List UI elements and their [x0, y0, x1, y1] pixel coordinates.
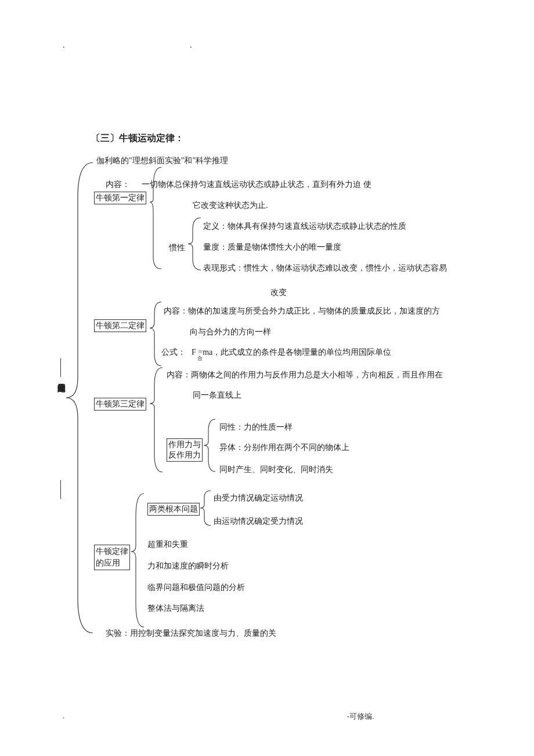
intro-text: 伽利略的"理想斜面实验"和"科学推理 — [96, 156, 228, 166]
main-brace — [66, 163, 93, 633]
inertia-brace — [188, 218, 201, 270]
law3-content-line1: 两物体之间的作用力与反作用力总是大小相等，方向相反，而且作用在 — [191, 370, 443, 379]
footer-dot: . — [63, 711, 64, 721]
law2-content: 内容：物体的加速度与所受合外力成正比，与物体的质量成反比，加速度的方 — [164, 306, 440, 316]
app-label-box: 牛顿定律 的应用 — [94, 545, 130, 570]
root-top-line — [60, 358, 61, 377]
law3-pair-label2: 反作用力 — [168, 451, 201, 459]
app-label1: 牛顿定律 — [96, 547, 128, 556]
app-item2: 力和加速度的瞬时分析 — [147, 561, 229, 571]
law2-formula-sub: 合 — [197, 355, 203, 362]
law1-label: 牛顿第一定律 — [96, 193, 145, 202]
two-prob-label: 两类根本问题 — [149, 505, 198, 513]
section-title: 〔三〕牛顿运动定律： — [91, 132, 184, 145]
two-prob-box: 两类根本问题 — [147, 503, 200, 516]
app-item4: 整体法与隔离法 — [147, 603, 204, 614]
header-dot-1: . — [63, 41, 65, 50]
app-label2: 的应用 — [96, 559, 120, 567]
inertia-measure: 量度：质量是物体惯性大小的唯一量度 — [203, 242, 341, 253]
experiment-text: 实验：用控制变量法探究加速度与力、质量的关 — [106, 628, 276, 639]
law3-diff-body: 异体：分别作用在两个不同的物体上 — [219, 442, 349, 453]
inertia-label: 惯性 — [169, 243, 185, 253]
inertia-def: 定义：物体具有保持匀速直线运动状态或静止状态的性质 — [203, 221, 406, 232]
app-brace — [131, 494, 144, 627]
law3-pair-brace — [204, 419, 215, 471]
footer-note: -可修编. — [347, 711, 374, 722]
two-prob-brace — [200, 491, 211, 525]
law3-content-label: 内容： — [167, 370, 191, 379]
root-bottom-line — [60, 480, 61, 499]
app-prob1: 由受力情况确定运动情况 — [214, 493, 303, 503]
law1-brace — [150, 167, 161, 269]
law2-brace — [150, 302, 161, 366]
app-item1: 超重和失重 — [147, 539, 188, 550]
law3-label-box: 牛顿第三定律 — [94, 398, 146, 411]
inertia-form-1: 表现形式：惯性大，物体运动状态难以改变，惯性小，运动状态容易 — [203, 263, 447, 273]
law2-content-line1: 物体的加速度与所受合外力成正比，与物体的质量成反比，加速度的方 — [188, 307, 440, 315]
page: . . 〔三〕牛顿运动定律： 伽利略的"理想斜面实验"和"科学推理 牛顿运动定律… — [0, 0, 534, 756]
inertia-form-2: 改变 — [270, 287, 287, 298]
law2-content-line2: 向与合外力的方向一样 — [190, 327, 271, 337]
law3-pair-box: 作用力与 反作用力 — [167, 438, 203, 462]
law2-formula: F =ma，此式成立的条件是各物理量的单位均用国际单位 — [192, 347, 391, 358]
app-prob2: 由运动情况确定受力情况 — [214, 516, 303, 527]
header-dot-2: . — [190, 41, 192, 50]
app-item3: 临界问题和极值问题的分析 — [147, 582, 245, 593]
law1-content-line2: 它改变这种状态为止. — [193, 200, 268, 211]
law1-content-line1: 一切物体总保持匀速直线运动状态或静止状态，直到有外力迫 使 — [142, 179, 371, 190]
law3-content-line2: 同一条直线上 — [193, 390, 241, 401]
law2-formula-text: F =ma，此式成立的条件是各物理量的单位均用国际单位 — [192, 348, 391, 357]
law3-label: 牛顿第三定律 — [96, 399, 145, 408]
law3-brace — [150, 368, 163, 472]
root-label: 牛顿运动定律及其应用 — [56, 377, 66, 479]
law2-label-box: 牛顿第二定律 — [94, 319, 146, 332]
law2-label: 牛顿第二定律 — [96, 321, 145, 330]
law2-content-label: 内容： — [164, 307, 188, 315]
law3-simultaneity: 同时产生、同时变化、同时消失 — [219, 465, 333, 475]
law3-pair-label1: 作用力与 — [168, 440, 201, 449]
law2-formula-label: 公式： — [161, 347, 186, 358]
law3-same-nature: 同性：力的性质一样 — [219, 422, 293, 433]
law1-label-box: 牛顿第一定律 — [94, 192, 146, 204]
law1-content-label: 内容： — [106, 179, 130, 190]
law3-content: 内容：两物体之间的作用力与反作用力总是大小相等，方向相反，而且作用在 — [167, 370, 443, 380]
